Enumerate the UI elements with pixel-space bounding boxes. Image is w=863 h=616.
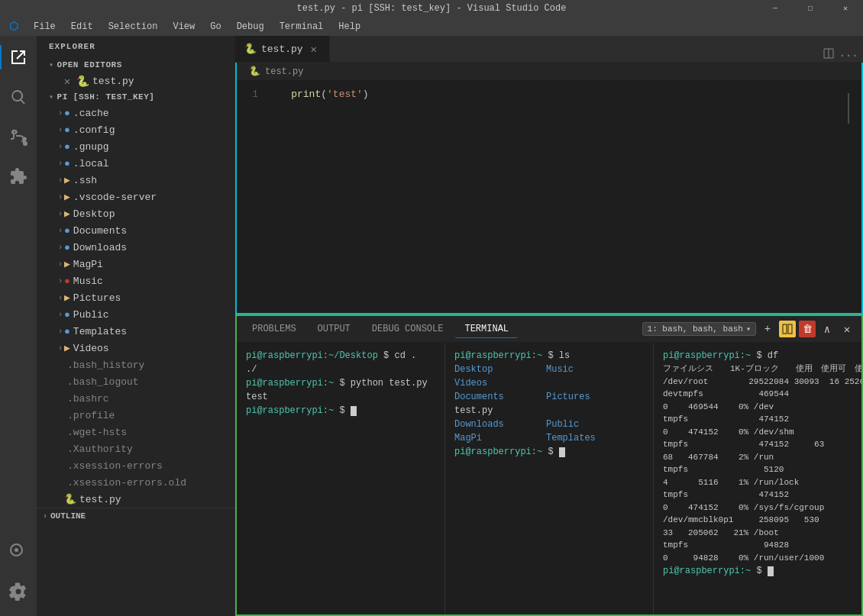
maximize-panel-button[interactable]: ∧ [819,321,836,337]
folder-music-label: Music [73,276,103,287]
t3-line3: 0 469544 0% /dev [663,401,852,414]
folder-downloads[interactable]: › ● Downloads [37,239,235,256]
t2-line6: pi@raspberrypi:~ $ [454,445,644,459]
folder-vscode-server-chevron: › [58,193,63,202]
file-xauthority[interactable]: .Xauthority [37,440,235,457]
folder-templates[interactable]: › ● Templates [37,323,235,340]
folder-vscode-server-icon: ▶ [64,191,70,203]
menu-view[interactable]: View [166,20,201,34]
file-bashrc[interactable]: .bashrc [37,390,235,407]
folder-gnupg[interactable]: › ● .gnupg [37,138,235,155]
maximize-button[interactable]: □ [793,0,828,17]
folder-public[interactable]: › ● Public [37,306,235,323]
file-bashrc-label: .bashrc [67,393,109,405]
folder-ssh[interactable]: › ▶ .ssh [37,172,235,189]
open-editor-testpy[interactable]: ✕ 🐍 test.py [37,73,235,89]
folder-local[interactable]: › ● .local [37,155,235,172]
file-xsession-errors-old[interactable]: .xsession-errors.old [37,474,235,491]
remote-section-label: PI [SSH: TEST_KEY] [57,92,155,102]
folder-desktop-chevron: › [58,210,63,218]
folder-music[interactable]: › ● Music [37,273,235,289]
folder-magpi-icon: ▶ [64,258,70,270]
split-terminal-button[interactable] [779,321,796,337]
explorer-header[interactable]: EXPLORER [37,36,235,57]
outline-header[interactable]: › OUTLINE [37,508,235,524]
folder-cache[interactable]: › ● .cache [37,105,235,121]
menu-edit[interactable]: Edit [65,20,99,34]
tab-terminal[interactable]: TERMINAL [455,321,518,338]
folder-gnupg-chevron: › [58,143,63,151]
folder-ssh-chevron: › [58,176,63,185]
settings-icon[interactable] [0,573,37,610]
tab-close-button[interactable]: ✕ [308,43,320,55]
more-actions-button[interactable]: ... [840,45,857,62]
titlebar: test.py - pi [SSH: test_key] - Visual St… [0,0,863,17]
file-xsession-errors[interactable]: .xsession-errors [37,457,235,474]
t3-line13: 33 205062 21% /boot [663,527,852,540]
remote-icon[interactable] [0,534,37,570]
tab-problems[interactable]: PROBLEMS [243,321,305,337]
folder-pictures[interactable]: › ▶ Pictures [37,289,235,306]
line-number-1: 1 [237,87,258,103]
folder-local-label: .local [73,158,109,169]
open-editor-filename: test.py [92,76,134,87]
explorer-icon[interactable] [0,39,37,76]
svg-rect-2 [788,324,792,334]
folder-pictures-label: Pictures [73,292,121,304]
tab-debug-console[interactable]: DEBUG CONSOLE [363,321,453,337]
t2-line5: MagPiTemplates [454,431,644,445]
terminal-pane-3[interactable]: pi@raspberrypi:~ $ df ファイルシス 1K-ブロック 使用 … [654,343,861,614]
close-editor-icon[interactable]: ✕ [61,75,73,87]
menu-file[interactable]: File [27,20,62,34]
folder-desktop[interactable]: › ▶ Desktop [37,205,235,222]
t1-line2: ./ [246,363,435,376]
activity-bottom [0,534,37,616]
t3-line15: 0 94828 0% /run/user/1000 [663,552,852,565]
file-bash-logout[interactable]: .bash_logout [37,373,235,390]
menubar: ⬡ File Edit Selection View Go Debug Term… [0,17,863,36]
folder-videos-chevron: › [58,344,63,353]
menu-debug[interactable]: Debug [231,20,270,34]
t3-line10: tmpfs 474152 [663,489,852,502]
minimap-cursor [848,93,849,124]
folder-documents-chevron: › [58,227,63,235]
code-lines[interactable]: print('test') [267,87,861,103]
terminal-pane-1[interactable]: pi@raspberrypi:~/Desktop $ cd . ./ pi@ra… [237,343,445,614]
func-name: print [291,89,321,100]
source-control-icon[interactable] [0,118,37,155]
open-editors-section[interactable]: ▾ OPEN EDITORS [37,57,235,73]
search-icon[interactable] [0,79,37,115]
folder-videos[interactable]: › ▶ Videos [37,340,235,356]
tab-output[interactable]: OUTPUT [309,321,360,337]
remote-section-header[interactable]: ▾ PI [SSH: TEST_KEY] [37,89,235,105]
terminal-session-dropdown[interactable]: 1: bash, bash, bash ▾ [642,322,756,336]
folder-vscode-server-label: .vscode-server [73,192,157,203]
file-bash-history[interactable]: .bash_history [37,356,235,373]
folder-magpi[interactable]: › ▶ MagPi [37,256,235,273]
tab-testpy[interactable]: 🐍 test.py ✕ [235,36,330,62]
minimize-button[interactable]: ─ [758,0,793,17]
close-button[interactable]: ✕ [828,0,863,17]
file-testpy[interactable]: 🐍 test.py [37,491,235,508]
terminal-pane-2[interactable]: pi@raspberrypi:~ $ ls DesktopMusicVideos… [445,343,654,614]
menu-help[interactable]: Help [332,20,367,34]
folder-desktop-label: Desktop [73,208,115,220]
kill-terminal-button[interactable]: 🗑 [799,321,816,337]
add-terminal-button[interactable]: + [759,321,776,337]
split-editor-button[interactable] [820,45,837,62]
file-wget-hsts[interactable]: .wget-hsts [37,424,235,440]
menu-go[interactable]: Go [204,20,227,34]
folder-pictures-chevron: › [58,294,63,302]
close-panel-button[interactable]: ✕ [839,321,855,337]
menu-selection[interactable]: Selection [102,20,164,34]
folder-documents[interactable]: › ● Documents [37,222,235,239]
folder-magpi-chevron: › [58,260,63,269]
folder-public-label: Public [73,309,109,321]
file-profile[interactable]: .profile [37,407,235,424]
folder-vscode-server[interactable]: › ▶ .vscode-server [37,189,235,205]
folder-gnupg-label: .gnupg [73,141,109,153]
extensions-icon[interactable] [0,158,37,195]
t1-line3: pi@raspberrypi:~ $ python test.py [246,376,435,390]
menu-terminal[interactable]: Terminal [273,20,330,34]
folder-config[interactable]: › ● .config [37,121,235,138]
